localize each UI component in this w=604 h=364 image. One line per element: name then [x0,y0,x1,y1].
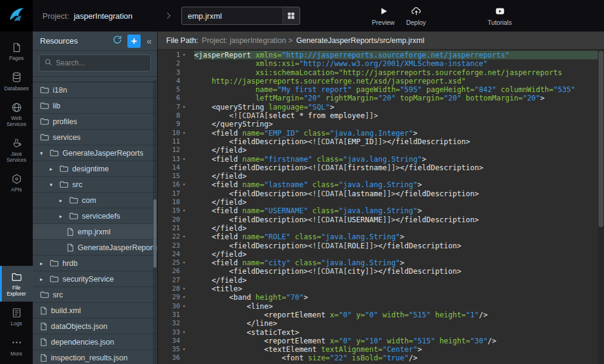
fold-caret-icon[interactable]: ▾ [180,129,188,137]
code-editor[interactable]: 1▾234567▾8910▾111213▾141516▾171819▾20212… [158,50,604,364]
tree-item-generatejasperreports[interactable]: ▾GenerateJasperReports [33,145,157,161]
line-number: 31 [162,311,180,319]
code-lines[interactable]: <jasperReport xmlns="http://jasperreport… [189,50,604,364]
app-window: Project: jasperIntegration emp.jrxml Pre… [0,0,604,364]
line-number: 36 [162,354,180,362]
preview-button[interactable]: Preview [370,5,397,26]
line-number: 19 [162,207,180,215]
tree-item-label: com [82,196,96,205]
code-line-27: </field> [194,276,604,285]
rail-item-pages[interactable]: Pages [0,36,33,67]
tree-item-dependencies-json[interactable]: dependencies.json [33,334,157,350]
project-name: jasperIntegration [74,12,133,21]
sidebar-scrollbar-thumb[interactable] [153,199,156,268]
collapse-panel-button[interactable]: « [145,36,153,46]
search-bar [33,51,157,76]
editor-scrollbar[interactable] [598,50,604,364]
tree-item-inspection-results-json[interactable]: inspection_results.json [33,350,157,364]
tree-item-services[interactable]: services [33,130,157,145]
tree-item-com[interactable]: ▸com [33,193,157,208]
file-icon [40,354,47,362]
rail-item-java-services[interactable]: Java Services [0,132,33,168]
app-logo[interactable] [0,0,33,31]
editor-scrollbar-thumb[interactable] [599,51,603,227]
code-line-20: <fieldDescription><![CDATA[USERNAME]]></… [194,216,604,224]
tree-item-designtime[interactable]: ▸designtime [33,161,157,177]
tutorials-button[interactable]: Tutorials [486,5,513,26]
code-line-30: <line> [194,302,604,311]
code-line-2: xmlns:xsi="http://www.w3.org/2001/XMLSch… [194,59,604,68]
line-number: 25 [162,259,180,267]
fold-caret-icon[interactable]: ▾ [180,302,188,311]
fold-caret-icon[interactable]: ▾ [180,233,188,241]
tree-item-emp-jrxml[interactable]: emp.jrxml [33,224,157,240]
search-input[interactable] [56,59,146,67]
file-icon [40,338,47,346]
file-icon [67,243,74,252]
rail-item-more[interactable]: More [0,332,33,362]
deploy-button[interactable]: Deploy [403,5,429,26]
tree-item-label: profiles [53,117,77,126]
chevron-down-icon[interactable]: ▾ [40,150,46,156]
chevron-right-icon[interactable]: ▸ [59,197,65,204]
file-path-project: Project: jasperIntegration > [202,36,293,45]
chevron-down-icon[interactable]: ▾ [50,182,56,188]
code-line-16: <field name="lastname" class="java.lang.… [194,180,604,189]
folder-icon [59,180,69,188]
rail-item-apis[interactable]: APIs [0,168,33,198]
folder-icon [40,86,49,94]
rail-item-label: More [10,351,22,357]
rail-item-web-services[interactable]: Web Services [0,96,33,132]
rail-item-databases[interactable]: Databases [0,67,33,97]
fold-caret-icon[interactable]: ▾ [180,51,188,59]
chevron-right-icon[interactable]: ▸ [40,260,46,266]
line-number: 30 [162,302,180,311]
rail-item-file-explorer[interactable]: File Explorer [0,266,33,302]
code-line-29: <band height="70"> [194,293,604,302]
line-number: 4 [162,77,180,85]
code-line-10: <field name="EMP_ID" class="java.lang.In… [194,129,604,137]
chevron-right-icon[interactable]: ▸ [59,213,65,219]
fold-caret-icon[interactable]: ▾ [180,345,188,354]
tree-item-label: GenerateJasperReports [62,149,143,157]
sidebar-scrollbar[interactable] [153,80,157,364]
file-selector-dropdown[interactable]: emp.jrxml [181,7,300,25]
fold-caret-icon[interactable]: ▾ [180,155,188,164]
tree-item-profiles[interactable]: profiles [33,114,157,130]
resources-header: Resources + « [33,31,157,51]
code-line-23: <fieldDescription><![CDATA[ROLE]]></fiel… [194,242,604,250]
tree-item-securityservice[interactable]: ▸securityService [33,271,157,287]
grid-icon[interactable] [283,7,300,24]
topbar-actions: PreviewDeployTutorials [370,5,604,26]
fold-caret-icon[interactable]: ▾ [180,259,188,267]
rail-item-label: Databases [4,86,29,92]
line-number: 16 [162,180,180,189]
fold-caret-icon[interactable]: ▾ [180,180,188,189]
line-number: 10 [162,129,180,137]
file-path-bar: File Path: Project: jasperIntegration > … [158,31,604,50]
tree-item-dataobjects-json[interactable]: dataObjects.json [33,319,157,334]
rail-item-label: Web Services [2,116,30,127]
fold-caret-icon[interactable]: ▾ [180,103,188,111]
tree-item-build-xml[interactable]: build.xml [33,303,157,319]
fold-caret-icon[interactable]: ▾ [180,285,188,293]
rail-item-logs[interactable]: Logs [0,302,33,332]
chevron-right-icon[interactable]: ▸ [40,276,46,282]
add-resource-button[interactable]: + [127,35,141,48]
fold-caret-icon[interactable]: ▾ [180,207,188,215]
refresh-button[interactable] [111,35,123,47]
fold-caret-icon[interactable]: ▾ [180,328,188,337]
tree-item-src[interactable]: src [33,287,157,303]
editor-area: File Path: Project: jasperIntegration > … [158,31,604,364]
top-bar: Project: jasperIntegration emp.jrxml Pre… [0,0,604,31]
tree-item-servicedefs[interactable]: ▸servicedefs [33,208,157,224]
tree-item-label: services [53,133,81,142]
chevron-right-icon[interactable]: ▸ [50,166,56,172]
fold-caret-icon[interactable]: ▾ [180,293,188,302]
tree-item-src[interactable]: ▾src [33,177,157,193]
tree-item-i18n[interactable]: i18n [33,82,157,98]
line-number: 12 [162,146,180,154]
tree-item-hrdb[interactable]: ▸hrdb [33,256,157,271]
tree-item-lib[interactable]: lib [33,98,157,114]
tree-item-generatejasperreports-s[interactable]: GenerateJasperReports.s [33,240,157,256]
